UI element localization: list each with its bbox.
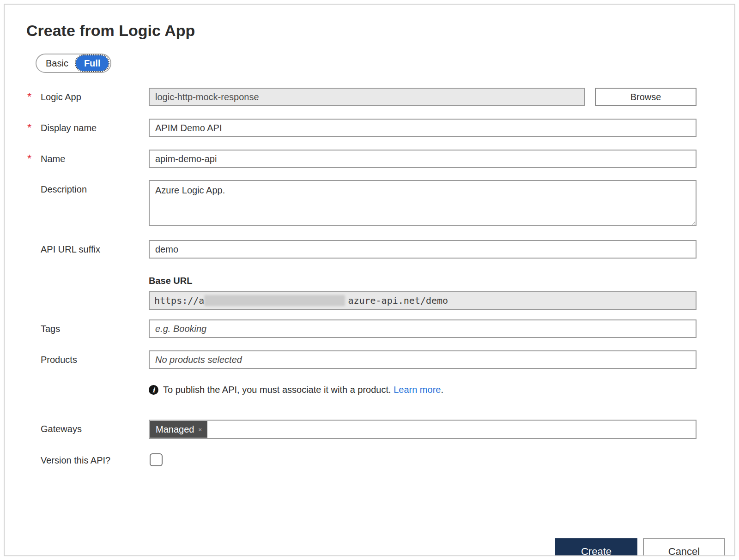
row-api-url-suffix: API URL suffix [26, 240, 714, 259]
row-gateways: Gateways Managed × [26, 420, 714, 439]
version-checkbox[interactable] [150, 453, 163, 466]
browse-button[interactable]: Browse [595, 88, 697, 106]
row-description: Description Azure Logic App. [26, 180, 714, 226]
products-input[interactable] [149, 350, 697, 369]
required-asterisk: * [26, 88, 41, 106]
page-title: Create from Logic App [26, 21, 714, 40]
row-version: Version this API? [26, 453, 714, 467]
info-icon: i [149, 385, 158, 395]
learn-more-link[interactable]: Learn more [394, 385, 441, 395]
api-url-suffix-label: API URL suffix [41, 240, 100, 259]
row-base-url: Base URL https://aazure-api.net/demo [26, 275, 714, 310]
row-products: Products [26, 350, 714, 369]
name-input[interactable] [149, 150, 697, 168]
note-period: . [441, 385, 443, 395]
gateways-label: Gateways [41, 420, 82, 438]
cancel-button[interactable]: Cancel [643, 538, 725, 556]
tags-label: Tags [41, 319, 60, 338]
description-label: Description [41, 183, 87, 195]
dialog-create-from-logic-app: Create from Logic App Basic Full * Logic… [4, 4, 735, 556]
base-url-suffix: azure-api.net/demo [348, 295, 448, 306]
row-display-name: * Display name [26, 119, 714, 137]
required-asterisk: * [26, 150, 41, 168]
toggle-option-basic[interactable]: Basic [38, 58, 76, 69]
base-url-prefix: https://a [154, 295, 204, 306]
remove-gateway-icon[interactable]: × [198, 426, 202, 433]
display-name-input[interactable] [149, 119, 697, 137]
products-label: Products [41, 350, 77, 369]
basic-full-toggle[interactable]: Basic Full [36, 54, 111, 73]
base-url-readonly-field: https://aazure-api.net/demo [149, 291, 697, 310]
toggle-option-full[interactable]: Full [76, 55, 109, 71]
base-url-label: Base URL [149, 275, 697, 287]
gateways-input[interactable]: Managed × [149, 420, 697, 439]
create-button[interactable]: Create [555, 538, 637, 556]
logic-app-label: Logic App [41, 88, 81, 106]
redacted-url-segment [204, 295, 345, 306]
logic-app-input[interactable] [149, 88, 585, 106]
description-textarea[interactable]: Azure Logic App. [149, 180, 697, 226]
product-note-text: To publish the API, you must associate i… [163, 385, 391, 395]
tags-input[interactable] [149, 319, 697, 338]
required-asterisk: * [26, 119, 41, 137]
api-url-suffix-input[interactable] [149, 240, 697, 259]
row-name: * Name [26, 150, 714, 168]
row-product-note: i To publish the API, you must associate… [26, 385, 714, 395]
gateway-chip-managed: Managed × [150, 421, 207, 438]
name-label: Name [41, 150, 65, 168]
footer-actions: Create Cancel [555, 538, 725, 556]
display-name-label: Display name [41, 119, 97, 137]
row-tags: Tags [26, 319, 714, 338]
version-label: Version this API? [41, 453, 110, 467]
row-logic-app: * Logic App Browse [26, 88, 714, 106]
